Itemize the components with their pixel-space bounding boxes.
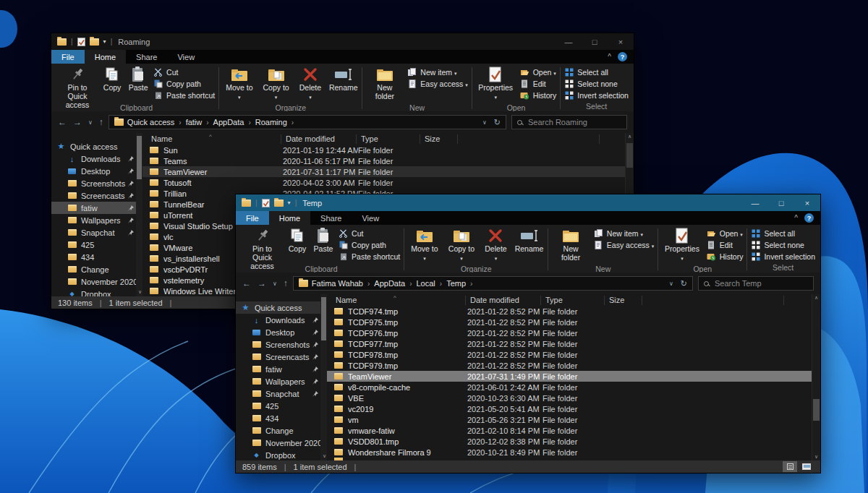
breadcrumb-segment[interactable]: AppData ›	[374, 279, 416, 288]
file-row[interactable]: TCDF975.tmp 2021-01-22 8:52 PM File fold…	[327, 317, 820, 327]
ribbon-easy-access-button[interactable]: Easy access ▾	[407, 79, 467, 88]
list-scrollbar[interactable]: ∧ ∨	[812, 294, 820, 460]
ribbon-new-item-button[interactable]: New item ▾	[594, 228, 654, 238]
details-view-button[interactable]	[783, 461, 797, 472]
file-row[interactable]: VSDD801.tmp 2020-12-02 8:38 PM File fold…	[327, 436, 820, 447]
ribbon-paste-shortcut-button[interactable]: Paste shortcut	[153, 90, 215, 100]
scroll-down-icon[interactable]: ∨	[138, 289, 142, 295]
scrollbar-thumb[interactable]	[626, 143, 633, 168]
close-button[interactable]: ×	[608, 33, 634, 50]
file-row[interactable]: Sun 2021-01-19 12:44 AM File folder	[142, 145, 634, 155]
search-box[interactable]	[511, 115, 627, 129]
file-row[interactable]	[327, 458, 820, 460]
column-header-date[interactable]: Date modified	[466, 296, 541, 305]
ribbon-copy-button[interactable]: Copy	[285, 226, 310, 264]
column-header-size[interactable]: Size	[420, 134, 458, 144]
breadcrumb-segment[interactable]: fatiw ›	[186, 118, 213, 127]
tab-view[interactable]: View	[352, 211, 389, 225]
breadcrumb-segment[interactable]: Local ›	[416, 279, 446, 288]
file-row[interactable]: VBE 2020-10-23 6:30 AM File folder	[327, 393, 820, 403]
qat-new-folder-icon[interactable]	[274, 200, 284, 207]
ribbon-new-folder-button[interactable]: New folder	[550, 226, 591, 264]
ribbon-invert-selection-button[interactable]: Invert selection	[564, 90, 629, 100]
sidebar-item[interactable]: Dropbox	[236, 449, 327, 460]
breadcrumb-segment[interactable]: Roaming ›	[255, 118, 298, 127]
scroll-down-icon[interactable]: ∨	[323, 453, 326, 459]
scrollbar-thumb[interactable]	[813, 399, 820, 421]
sidebar-item[interactable]: Screenshots	[51, 177, 142, 189]
ribbon-select-all-button[interactable]: Select all	[564, 67, 629, 77]
up-icon[interactable]: ↑	[99, 117, 103, 127]
scroll-up-icon[interactable]: ∧	[626, 134, 634, 140]
ribbon-invert-selection-button[interactable]: Invert selection	[751, 252, 815, 261]
column-header-name[interactable]: Name	[327, 296, 466, 305]
qat-customize-icon[interactable]: ▾	[103, 38, 106, 45]
sidebar-item[interactable]: Wallpapers	[236, 375, 327, 387]
forward-icon[interactable]: →	[73, 117, 82, 127]
qat-properties-icon[interactable]	[262, 199, 270, 207]
sidebar-item[interactable]: Downloads	[236, 314, 327, 326]
file-row[interactable]: TCDF976.tmp 2021-01-22 8:52 PM File fold…	[327, 327, 820, 338]
maximize-button[interactable]: □	[768, 194, 794, 211]
ribbon-pin-to-quick-access-button[interactable]: Pin to Quick access	[241, 226, 284, 264]
minimize-button[interactable]: —	[742, 194, 768, 211]
ribbon-open-button[interactable]: Open ▾	[520, 67, 557, 77]
sidebar-item[interactable]: fatiw	[236, 363, 327, 375]
column-header-type[interactable]: Type	[541, 296, 605, 305]
sidebar-item[interactable]: Screencasts	[236, 351, 327, 363]
sidebar-scrollbar[interactable]: ∨	[320, 294, 327, 460]
ribbon-paste-shortcut-button[interactable]: Paste shortcut	[339, 252, 400, 261]
tab-file[interactable]: File	[51, 50, 85, 64]
file-row[interactable]: vm 2021-05-26 3:21 PM File folder	[327, 414, 820, 425]
file-row[interactable]: TCDF977.tmp 2021-01-22 8:52 PM File fold…	[327, 338, 820, 349]
file-row[interactable]: TCDF978.tmp 2021-01-22 8:52 PM File fold…	[327, 349, 820, 360]
scrollbar-thumb[interactable]	[321, 297, 326, 340]
ribbon-collapse-icon[interactable]: ^	[794, 215, 798, 222]
sidebar-item[interactable]: November 2020	[51, 275, 142, 288]
tab-view[interactable]: View	[167, 50, 205, 64]
ribbon-properties-button[interactable]: Properties ▾	[475, 65, 517, 103]
scrollbar-thumb[interactable]	[137, 136, 142, 179]
titlebar[interactable]: | ▾ | Temp — □ ×	[236, 194, 820, 211]
help-icon[interactable]: ?	[618, 52, 627, 61]
close-button[interactable]: ×	[794, 194, 820, 211]
ribbon-paste-button[interactable]: Paste	[311, 226, 336, 264]
column-header-date[interactable]: Date modified	[281, 134, 357, 144]
ribbon-history-button[interactable]: History	[707, 252, 744, 261]
ribbon-cut-button[interactable]: Cut	[153, 67, 215, 77]
refresh-icon[interactable]: ↻	[494, 118, 501, 127]
ribbon-open-button[interactable]: Open ▾	[707, 228, 744, 238]
ribbon-cut-button[interactable]: Cut	[339, 228, 400, 238]
sidebar-item[interactable]: Desktop	[236, 326, 327, 338]
address-dropdown-icon[interactable]: ∨	[482, 119, 487, 126]
sidebar-item[interactable]: Wallpapers	[51, 214, 142, 226]
ribbon-rename-button[interactable]: Rename	[327, 65, 359, 103]
tab-file[interactable]: File	[236, 211, 269, 225]
file-row[interactable]: vc2019 2021-05-20 5:41 AM File folder	[327, 403, 820, 414]
search-input[interactable]	[527, 117, 621, 127]
ribbon-move-to-button[interactable]: Move to ▾	[221, 65, 257, 103]
ribbon-rename-button[interactable]: Rename	[513, 226, 546, 264]
ribbon-new-item-button[interactable]: New item ▾	[407, 67, 467, 77]
sidebar-item[interactable]: Change	[51, 263, 142, 275]
ribbon-collapse-icon[interactable]: ^	[608, 53, 611, 61]
ribbon-select-none-button[interactable]: Select none	[751, 240, 815, 249]
ribbon-history-button[interactable]: History	[520, 90, 557, 100]
file-row[interactable]: Totusoft 2020-04-02 3:00 AM File folder	[142, 177, 634, 188]
breadcrumb[interactable]: Quick access › fatiw › AppData › Ro	[109, 115, 506, 129]
file-row[interactable]: TCDF974.tmp 2021-01-22 8:52 PM File fold…	[327, 306, 820, 317]
sidebar-item[interactable]: Desktop	[51, 165, 142, 177]
file-row[interactable]: TeamViewer 2021-07-31 1:17 PM File folde…	[142, 166, 634, 177]
ribbon-edit-button[interactable]: Edit	[707, 240, 744, 249]
file-row[interactable]: vmware-fatiw 2021-02-10 8:14 PM File fol…	[327, 425, 820, 436]
tab-share[interactable]: Share	[310, 211, 352, 225]
tab-home[interactable]: Home	[85, 50, 126, 64]
file-row[interactable]: Teams 2020-11-06 5:17 PM File folder	[142, 155, 634, 166]
ribbon-copy-path-button[interactable]: Copy path	[339, 240, 400, 249]
breadcrumb-segment[interactable]: Quick access ›	[127, 118, 186, 127]
sidebar-item[interactable]: Snapchat	[51, 226, 142, 239]
breadcrumb-segment[interactable]: Temp ›	[446, 279, 477, 288]
ribbon-copy-to-button[interactable]: Copy to ▾	[444, 226, 479, 264]
forward-icon[interactable]: →	[258, 278, 266, 288]
sidebar-item[interactable]: Quick access	[51, 140, 142, 153]
